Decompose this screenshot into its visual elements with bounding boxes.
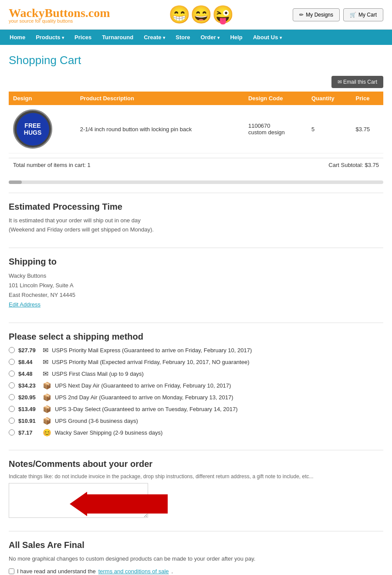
ups-icon-6: 📦 (43, 417, 51, 425)
shipping-method-section: Please select a shipping method $27.79 ✉… (9, 323, 383, 437)
notes-section: Notes/Comments about your order Indicate… (9, 450, 383, 522)
cart-subtotal: Cart Subtotal: $3.75 (328, 162, 379, 168)
shipping-label-6: UPS Ground (3-6 business days) (55, 418, 138, 424)
usps-icon-2: ✉ (43, 370, 48, 378)
cart-item-price: $3.75 (351, 105, 383, 153)
nav-home[interactable]: Home (4, 30, 30, 45)
button-text-line1: FREE (24, 122, 41, 129)
shipping-radio-4[interactable] (9, 394, 15, 400)
email-cart-button[interactable]: ✉ Email this Cart (331, 76, 383, 88)
cart-footer: Total number of items in cart: 1 Cart Su… (9, 158, 383, 172)
shipping-price-1: $8.44 (18, 359, 39, 365)
scroll-bar[interactable] (9, 180, 383, 184)
shipping-price-7: $7.17 (18, 429, 39, 436)
usps-icon-0: ✉ (43, 346, 48, 354)
notes-title: Notes/Comments about your order (9, 459, 383, 469)
terms-link[interactable]: terms and conditions of sale (98, 568, 169, 575)
cart-icon: 🛒 (350, 12, 356, 18)
shipping-label-7: Wacky Saver Shipping (2-9 business days) (55, 429, 162, 436)
shipping-address: Wacky Buttons 101 Lincoln Pkwy, Suite A … (9, 271, 383, 310)
my-cart-button[interactable]: 🛒 My Cart (343, 8, 383, 21)
shipping-price-6: $10.91 (18, 418, 39, 424)
logo-subtitle: your source for quality buttons (9, 18, 110, 24)
sales-final-text: No more graphical changes to custom desi… (9, 555, 383, 564)
terms-checkbox-row: I have read and understand the terms and… (9, 568, 383, 575)
shipping-price-5: $13.49 (18, 406, 39, 412)
shipping-price-4: $20.95 (18, 394, 39, 401)
usps-icon-1: ✉ (43, 358, 48, 366)
sales-final-title: All Sales Are Final (9, 540, 383, 550)
nav-products[interactable]: Products ▾ (30, 30, 69, 45)
ups-icon-5: 📦 (43, 405, 51, 413)
shipping-option-3: $34.23 📦 UPS Next Day Air (Guaranteed to… (9, 381, 383, 390)
shipping-to-title: Shipping to (9, 257, 383, 267)
shipping-option-2: $4.48 ✉ USPS First Class Mail (up to 9 d… (9, 370, 383, 378)
cart-item-quantity: 5 (307, 105, 351, 153)
shipping-price-0: $27.79 (18, 347, 39, 354)
shipping-option-0: $27.79 ✉ USPS Priority Mail Express (Gua… (9, 346, 383, 354)
main-nav: Home Products ▾ Prices Turnaround Create… (0, 30, 392, 45)
sales-final-section: All Sales Are Final No more graphical ch… (9, 531, 383, 575)
logo-area: WackyButtons.com your source for quality… (9, 6, 110, 24)
shipping-option-5: $13.49 📦 UPS 3-Day Select (Guaranteed to… (9, 405, 383, 413)
scroll-thumb[interactable] (9, 180, 22, 184)
address-line1: 101 Lincoln Pkwy, Suite A (9, 281, 383, 290)
address-name: Wacky Buttons (9, 271, 383, 281)
header-buttons: ✏ My Designs 🛒 My Cart (293, 8, 383, 21)
shipping-radio-1[interactable] (9, 359, 15, 365)
col-design: Design (9, 92, 76, 105)
shipping-radio-3[interactable] (9, 382, 15, 388)
notes-textarea[interactable] (9, 483, 148, 518)
nav-create[interactable]: Create ▾ (139, 30, 170, 45)
cart-item-description: 2-1/4 inch round button with locking pin… (76, 105, 244, 153)
processing-section: Estimated Processing Time It is estimate… (9, 193, 383, 235)
shipping-label-0: USPS Priority Mail Express (Guaranteed t… (52, 347, 252, 354)
table-row: FREE HUGS 2-1/4 inch round button with l… (9, 105, 383, 153)
terms-checkbox[interactable] (9, 568, 14, 574)
shipping-label-3: UPS Next Day Air (Guaranteed to arrive o… (55, 382, 231, 389)
shipping-options-list: $27.79 ✉ USPS Priority Mail Express (Gua… (9, 346, 383, 437)
cart-item-code: 1100670 custom design (244, 105, 307, 153)
shipping-to-section: Shipping to Wacky Buttons 101 Lincoln Pk… (9, 248, 383, 310)
site-header: WackyButtons.com your source for quality… (0, 0, 392, 30)
wacky-icon-7: 😊 (43, 429, 51, 437)
shipping-price-2: $4.48 (18, 371, 39, 377)
shipping-method-title: Please select a shipping method (9, 332, 383, 342)
shipping-radio-0[interactable] (9, 347, 15, 353)
ups-icon-3: 📦 (43, 381, 51, 390)
shipping-radio-7[interactable] (9, 429, 15, 436)
shipping-option-4: $20.95 📦 UPS 2nd Day Air (Guaranteed to … (9, 393, 383, 401)
nav-turnaround[interactable]: Turnaround (97, 30, 139, 45)
shipping-radio-5[interactable] (9, 406, 15, 412)
processing-title: Estimated Processing Time (9, 202, 383, 212)
edit-address-link[interactable]: Edit Address (9, 301, 41, 308)
shipping-label-4: UPS 2nd Day Air (Guaranteed to arrive on… (55, 394, 233, 401)
button-inner: FREE HUGS (17, 113, 49, 146)
main-content: Shopping Cart ✉ Email this Cart Design P… (0, 45, 392, 575)
total-items-label: Total number of items in cart: 1 (13, 162, 91, 168)
my-designs-button[interactable]: ✏ My Designs (293, 8, 340, 21)
cart-section: ✉ Email this Cart Design Product Descrip… (9, 76, 383, 172)
col-description: Product Description (76, 92, 244, 105)
shipping-radio-6[interactable] (9, 418, 15, 424)
ups-icon-4: 📦 (43, 393, 51, 401)
shipping-label-2: USPS First Class Mail (up to 9 days) (52, 371, 144, 377)
pencil-icon: ✏ (299, 12, 304, 18)
button-text-line2: HUGS (24, 129, 41, 136)
cart-table: Design Product Description Design Code Q… (9, 92, 383, 153)
col-price: Price (351, 92, 383, 105)
nav-order[interactable]: Order ▾ (195, 30, 225, 45)
col-design-code: Design Code (244, 92, 307, 105)
nav-prices[interactable]: Prices (69, 30, 97, 45)
nav-store[interactable]: Store (170, 30, 195, 45)
col-quantity: Quantity (307, 92, 351, 105)
nav-about[interactable]: About Us ▾ (248, 30, 287, 45)
address-line2: East Rochester, NY 14445 (9, 290, 383, 300)
shipping-radio-2[interactable] (9, 371, 15, 377)
nav-help[interactable]: Help (225, 30, 247, 45)
shipping-label-1: USPS Priority Mail (Expected arrival Fri… (52, 359, 250, 365)
button-preview: FREE HUGS (13, 109, 52, 149)
processing-text2: (Weekend and Friday orders will get ship… (9, 225, 383, 235)
shipping-option-1: $8.44 ✉ USPS Priority Mail (Expected arr… (9, 358, 383, 366)
shipping-option-7: $7.17 😊 Wacky Saver Shipping (2-9 busine… (9, 429, 383, 437)
